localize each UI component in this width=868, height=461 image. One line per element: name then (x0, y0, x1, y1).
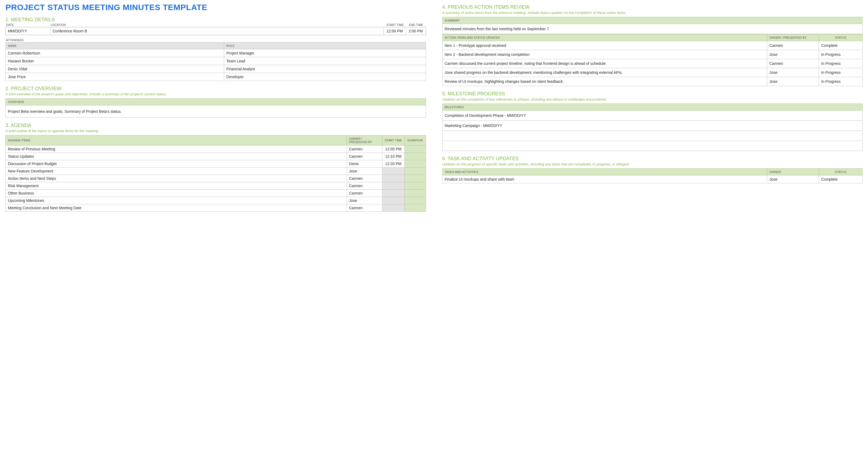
attendee-role: Financial Analyst (224, 65, 426, 73)
task-item: Finalize UI mockups and share with team (442, 175, 767, 183)
agenda-row: Review of Previous Meeting Carmen 12:05 … (6, 145, 426, 153)
action-status: Complete (819, 41, 863, 50)
agenda-owner: Carmen (347, 153, 382, 160)
section-2-desc: A brief overview of the project's goals … (5, 92, 426, 97)
agenda-item: Review of Previous Meeting (6, 145, 347, 153)
agenda-table: AGENDA ITEMS OWNER / PRESENTED BY START … (5, 135, 426, 212)
attendee-role: Team Lead (224, 57, 426, 65)
task-status: Complete (819, 175, 863, 183)
agenda-start: 12:05 PM (382, 145, 404, 153)
attendee-role: Developer (224, 73, 426, 81)
agenda-row: Other Business Carmen (6, 189, 426, 197)
attendee-row: Hasaon BockerTeam Lead (6, 57, 426, 65)
action-status-header: STATUS (819, 34, 863, 41)
section-4-heading: 4. PREVIOUS ACTION ITEMS REVIEW (442, 4, 863, 10)
action-owner: Carmen (767, 59, 819, 68)
action-item: Carmen discussed the current project tim… (442, 59, 767, 68)
agenda-owner: Carmen (347, 189, 382, 197)
section-4-desc: A summary of action items from the previ… (442, 11, 863, 15)
tasks-owner-header: OWNER (767, 168, 819, 175)
action-owner-header: OWNER / PRESENTED BY (767, 34, 819, 41)
action-row: Item 1 - Prototype approval received Car… (442, 41, 863, 50)
agenda-owner: Carmen (347, 204, 382, 211)
action-item: Item 1 - Prototype approval received (442, 41, 767, 50)
attendees-name-header: NAME (6, 42, 224, 49)
attendee-row: Jose PriceDeveloper (6, 73, 426, 81)
agenda-item: Action Items and Next Steps (6, 175, 347, 182)
attendees-label: ATTENDEES (5, 38, 426, 42)
action-status: In Progress (819, 77, 863, 86)
label-location: LOCATION (51, 23, 384, 26)
action-row: Carmen discussed the current project tim… (442, 59, 863, 68)
agenda-start (382, 182, 404, 189)
action-item: Jose shared progress on the backend deve… (442, 68, 767, 77)
milestone-text: Marketing Campaign - MM/DD/YY (442, 120, 863, 130)
agenda-duration (404, 182, 426, 189)
action-status: In Progress (819, 50, 863, 59)
action-status: In Progress (819, 68, 863, 77)
agenda-start (382, 167, 404, 175)
action-owner: Jose (767, 50, 819, 59)
agenda-start (382, 197, 404, 204)
agenda-item: Risk Management (6, 182, 347, 189)
tasks-status-header: STATUS (819, 168, 863, 175)
milestones-table: MILESTONES Completion of Development Pha… (442, 103, 863, 151)
agenda-start (382, 204, 404, 211)
agenda-row: Meeting Conclusion and Next Meeting Date… (6, 204, 426, 211)
milestone-text (442, 141, 863, 151)
meeting-start: 12:00 PM (384, 27, 406, 35)
section-6-heading: 6. TASK AND ACTIVITY UPDATES (442, 156, 863, 161)
agenda-duration (404, 189, 426, 197)
agenda-item: Upcoming Milestones (6, 197, 347, 204)
meeting-details-labels: DATE LOCATION START TIME END TIME (5, 23, 426, 26)
meeting-details-row: MM/DD/YY Conference Room B 12:00 PM 2:00… (5, 27, 426, 35)
meeting-location: Conference Room B (51, 27, 384, 35)
agenda-item: Other Business (6, 189, 347, 197)
agenda-duration (404, 197, 426, 204)
agenda-row: New Feature Development Jose (6, 167, 426, 175)
agenda-start: 12:20 PM (382, 160, 404, 167)
agenda-owner: Denis (347, 160, 382, 167)
attendee-name: Hasaon Bocker (6, 57, 224, 65)
agenda-start (382, 189, 404, 197)
summary-header: SUMMARY (442, 17, 863, 24)
overview-header: OVERVIEW (5, 98, 426, 105)
agenda-owner: Carmen (347, 182, 382, 189)
agenda-item: New Feature Development (6, 167, 347, 175)
action-items-table: ACTION ITEMS AND STATUS UPDATES OWNER / … (442, 34, 863, 86)
milestones-header: MILESTONES (442, 103, 863, 110)
action-owner: Jose (767, 77, 819, 86)
task-owner: Jose (767, 175, 819, 183)
action-status: In Progress (819, 59, 863, 68)
agenda-item: Discussion of Project Budget (6, 160, 347, 167)
agenda-item-header: AGENDA ITEMS (6, 135, 347, 145)
agenda-start-header: START TIME (382, 135, 404, 145)
attendee-row: Denis VidalFinancial Analyst (6, 65, 426, 73)
agenda-item: Status Updates (6, 153, 347, 160)
tasks-item-header: TASKS AND ACTIVITIES (442, 168, 767, 175)
agenda-duration (404, 160, 426, 167)
action-item: Item 2 - Backend development nearing com… (442, 50, 767, 59)
agenda-owner: Carmen (347, 145, 382, 153)
agenda-row: Risk Management Carmen (6, 182, 426, 189)
agenda-owner: Jose (347, 167, 382, 175)
agenda-owner: Jose (347, 197, 382, 204)
agenda-item: Meeting Conclusion and Next Meeting Date (6, 204, 347, 211)
milestone-text (442, 130, 863, 141)
agenda-duration (404, 175, 426, 182)
agenda-row: Action Items and Next Steps Carmen (6, 175, 426, 182)
attendees-role-header: ROLE (224, 42, 426, 49)
milestone-row (442, 141, 863, 151)
agenda-duration (404, 167, 426, 175)
section-5-desc: Updates on the completion of key milesto… (442, 97, 863, 102)
agenda-start: 12:10 PM (382, 153, 404, 160)
action-item: Review of UI mockups, highlighting chang… (442, 77, 767, 86)
section-1-heading: 1. MEETING DETAILS (5, 17, 426, 23)
agenda-duration (404, 145, 426, 153)
section-6-desc: Updates on the progress of specific task… (442, 162, 863, 167)
meeting-date: MM/DD/YY (6, 27, 51, 35)
section-3-desc: A brief outline of the topics or agenda … (5, 129, 426, 133)
agenda-row: Status Updates Carmen 12:10 PM (6, 153, 426, 160)
attendees-table: NAME ROLE Carmen RobertsonProject Manage… (5, 42, 426, 81)
page-title: PROJECT STATUS MEETING MINUTES TEMPLATE (5, 3, 426, 12)
